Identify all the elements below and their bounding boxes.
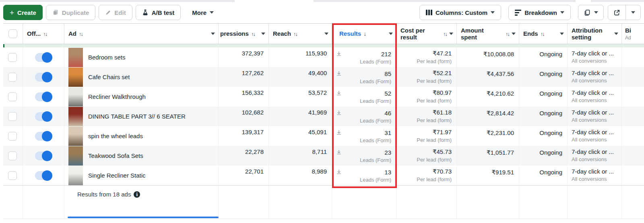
ad-active-toggle[interactable] xyxy=(35,53,51,62)
table-row[interactable]: Cafe Chairs set 127,262 49,400 85 Leads … xyxy=(3,67,644,87)
sort-icon[interactable]: ↑↓ xyxy=(506,31,509,37)
ad-name-link[interactable]: Cafe Chairs set xyxy=(88,74,130,80)
download-icon[interactable] xyxy=(336,169,342,175)
create-button[interactable]: + Create xyxy=(3,5,43,20)
export-button[interactable] xyxy=(608,5,625,20)
table-row[interactable]: Teakwood Sofa Sets 22,278 8,711 23 Leads… xyxy=(3,146,644,166)
column-header-cost-per-result[interactable]: Cost per result ↑↓ xyxy=(396,24,457,44)
attribution-value: 7-day click or ... xyxy=(572,89,614,96)
edit-button[interactable]: Edit xyxy=(99,5,132,20)
table-row[interactable]: spin the wheel leads 139,317 45,091 31 L… xyxy=(3,126,644,146)
ad-active-toggle[interactable] xyxy=(35,171,51,180)
breakdown-icon xyxy=(515,10,521,16)
ad-active-toggle[interactable] xyxy=(35,92,51,101)
table-row[interactable]: Bedroom sets 372,397 115,930 212 Leads (… xyxy=(3,47,644,67)
chevron-down-icon xyxy=(210,11,214,14)
sort-icon[interactable]: ↑↓ xyxy=(79,31,83,37)
ad-active-toggle[interactable] xyxy=(35,132,51,141)
results-value: 52 xyxy=(384,90,391,97)
download-icon[interactable] xyxy=(336,110,342,116)
export-options-button[interactable] xyxy=(625,5,640,20)
ads-table: Off... ↑↓ Ad ↑↓ pressions ↑↓ Reach ↑↓ xyxy=(3,23,644,219)
column-header-off[interactable]: Off... ↑↓ xyxy=(23,24,64,44)
ad-name-link[interactable]: Teakwood Sofa Sets xyxy=(88,152,143,159)
sort-icon[interactable]: ↑↓ xyxy=(443,31,447,37)
ad-active-toggle[interactable] xyxy=(35,151,51,160)
columns-button[interactable]: Columns: Custom xyxy=(419,5,501,20)
row-checkbox[interactable] xyxy=(8,73,17,82)
chevron-down-icon[interactable] xyxy=(324,33,328,35)
select-all-checkbox[interactable] xyxy=(8,29,17,38)
sort-desc-icon[interactable]: ↓ xyxy=(363,31,366,37)
ad-name-link[interactable]: spin the wheel leads xyxy=(88,133,143,139)
column-header-bid-partial[interactable]: Bi Ad xyxy=(622,24,644,44)
reach-cell: 45,091 xyxy=(269,126,332,146)
row-checkbox[interactable] xyxy=(8,151,17,160)
column-header-attribution-setting[interactable]: Attribution setting xyxy=(568,24,622,44)
chevron-down-icon[interactable] xyxy=(389,33,393,35)
cost-type: Per lead (form) xyxy=(400,58,452,64)
horizontal-scrollbar-thumb[interactable] xyxy=(68,217,219,218)
results-value: 31 xyxy=(384,129,391,136)
bid-cell xyxy=(622,67,644,87)
ad-thumbnail xyxy=(68,48,83,67)
chevron-down-icon[interactable] xyxy=(449,33,453,35)
breakdown-button[interactable]: Breakdown xyxy=(508,5,571,20)
column-header-reach[interactable]: Reach ↑↓ xyxy=(269,24,332,44)
amount-spent-cell: ₹2,814.42 xyxy=(457,106,519,126)
results-cell: 85 Leads (Form) xyxy=(332,67,396,87)
results-type: Leads (Form) xyxy=(342,118,391,124)
ad-name-link[interactable]: Recliner Walkthrough xyxy=(88,93,146,100)
column-header-results[interactable]: Results ↓ xyxy=(332,24,396,44)
download-icon[interactable] xyxy=(336,51,342,57)
download-icon[interactable] xyxy=(336,90,342,96)
row-checkbox[interactable] xyxy=(8,171,17,180)
ad-name-link[interactable]: DINING TABLE PART 3// 6 SEATER xyxy=(88,113,186,120)
chevron-down-icon[interactable] xyxy=(211,33,215,35)
chevron-down-icon[interactable] xyxy=(512,33,516,35)
results-value: 23 xyxy=(384,149,391,156)
ab-test-button[interactable]: A/B test xyxy=(136,5,181,20)
chevron-down-icon[interactable] xyxy=(614,33,618,35)
sort-icon[interactable]: ↑↓ xyxy=(43,31,47,37)
ad-active-toggle[interactable] xyxy=(35,73,51,82)
chevron-down-icon[interactable] xyxy=(261,33,265,35)
column-header-ends[interactable]: Ends ↑↓ xyxy=(519,24,568,44)
table-row[interactable]: DINING TABLE PART 3// 6 SEATER 102,682 4… xyxy=(3,106,644,126)
download-icon[interactable] xyxy=(336,130,342,135)
cost-per-result-cell: ₹71.97 Per lead (form) xyxy=(396,126,457,146)
green-tick xyxy=(3,44,4,47)
column-header-amount-spent[interactable]: Amount spent ↑↓ xyxy=(457,24,519,44)
reports-icon xyxy=(584,9,590,16)
row-checkbox[interactable] xyxy=(8,53,17,62)
sort-icon[interactable]: ↑↓ xyxy=(293,31,297,37)
results-cell: 46 Leads (Form) xyxy=(332,106,396,126)
download-icon[interactable] xyxy=(336,71,342,76)
duplicate-button[interactable]: Duplicate xyxy=(46,5,96,20)
ad-active-toggle[interactable] xyxy=(35,112,51,121)
column-header-impressions[interactable]: pressions ↑↓ xyxy=(219,24,269,44)
results-type: Leads (Form) xyxy=(342,177,391,183)
sort-icon[interactable]: ↑↓ xyxy=(541,31,544,37)
row-checkbox[interactable] xyxy=(8,112,17,121)
table-row[interactable]: Recliner Walkthrough 156,332 53,572 52 L… xyxy=(3,87,644,106)
results-type: Leads (Form) xyxy=(342,137,391,143)
sort-icon[interactable]: ↑↓ xyxy=(251,31,255,37)
ad-thumbnail xyxy=(68,166,83,185)
reports-button[interactable] xyxy=(578,5,604,20)
download-icon[interactable] xyxy=(336,149,342,155)
table-row[interactable]: Single Recliner Static 22,701 8,989 13 L… xyxy=(3,166,644,185)
ad-name-link[interactable]: Bedroom sets xyxy=(88,54,126,61)
amount-spent-cell: ₹4,210.62 xyxy=(457,87,519,106)
ad-thumbnail xyxy=(68,146,83,166)
ad-name-link[interactable]: Single Recliner Static xyxy=(88,172,146,179)
more-button[interactable]: More xyxy=(186,5,220,20)
row-checkbox[interactable] xyxy=(8,132,17,141)
row-checkbox[interactable] xyxy=(8,92,17,101)
ends-cell: Ongoing xyxy=(519,47,568,67)
bid-cell xyxy=(622,146,644,166)
column-header-ad[interactable]: Ad ↑↓ xyxy=(64,24,219,44)
chevron-down-icon[interactable] xyxy=(560,33,564,35)
info-icon[interactable]: i xyxy=(134,191,140,198)
cost-type: Per lead (form) xyxy=(400,137,452,143)
